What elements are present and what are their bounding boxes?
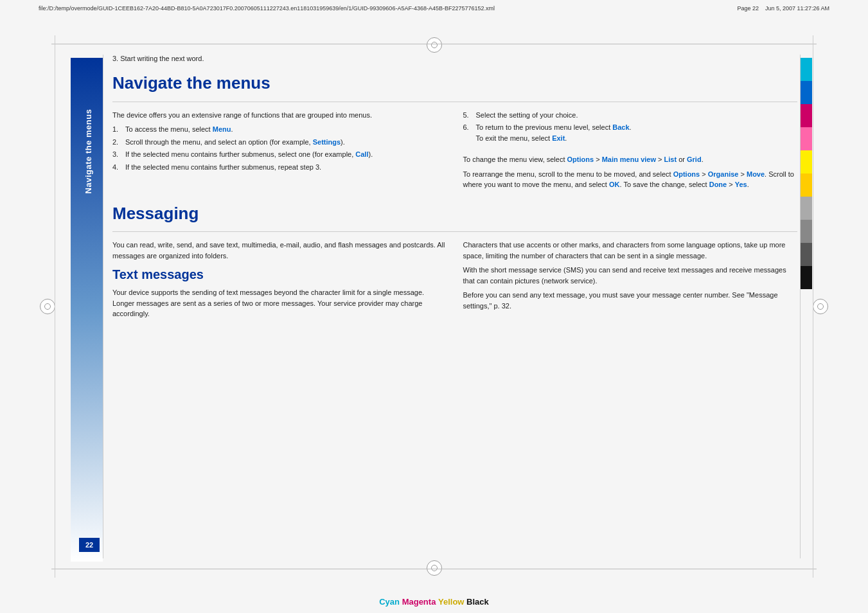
- reg-mark-right: [813, 299, 828, 314]
- navigate-col-right: 5. Select the setting of your choice. 6.…: [463, 110, 798, 194]
- navigate-intro: The device offers you an extensive range…: [112, 110, 447, 121]
- sidebar-container: Navigate the menus: [76, 87, 102, 215]
- messaging-divider: [112, 231, 797, 232]
- sms-text: With the short message service (SMS) you…: [463, 265, 798, 286]
- reg-mark-top: [427, 37, 442, 53]
- swatch-yellow-bright: [801, 150, 812, 173]
- main-content: 3. Start writing the next word. Navigate…: [112, 55, 797, 562]
- cmyk-yellow: Yellow: [438, 597, 464, 607]
- content-sep-right: [800, 55, 801, 558]
- navigate-columns: The device offers you an extensive range…: [112, 110, 797, 194]
- cmyk-magenta: Magenta: [402, 597, 436, 607]
- swatch-magenta: [801, 104, 812, 127]
- rearrange-text: To rearrange the menu, scroll to the men…: [463, 169, 798, 190]
- step-1: 1. To access the menu, select Menu.: [112, 124, 447, 135]
- trim-line-left: [55, 35, 55, 578]
- messaging-col-left: You can read, write, send, and save text…: [112, 240, 447, 323]
- step-5: 5. Select the setting of your choice.: [463, 110, 798, 121]
- swatch-blue: [801, 81, 812, 104]
- messaging-intro-right: Characters that use accents or other mar…: [463, 240, 798, 261]
- trim-line-top: [51, 44, 817, 44]
- navigate-section: Navigate the menus The device offers you…: [112, 74, 797, 194]
- cmyk-cyan: Cyan: [379, 597, 400, 607]
- trim-line-bottom: [51, 569, 817, 569]
- save-text: Before you can send any text message, yo…: [463, 290, 798, 311]
- swatch-gray2: [801, 220, 812, 243]
- text-messages-section: Text messages Your device supports the s…: [112, 267, 447, 319]
- messaging-title: Messaging: [112, 204, 797, 223]
- messaging-section: Messaging You can read, write, send, and…: [112, 204, 797, 323]
- filepath-text: file:/D:/temp/overmode/GUID-1CEEB162-7A2…: [39, 5, 495, 12]
- color-swatches: [801, 58, 812, 289]
- content-sep-left: [103, 55, 103, 558]
- messaging-columns: You can read, write, send, and save text…: [112, 240, 797, 323]
- cmyk-bar: Cyan Magenta Yellow Black: [0, 597, 868, 607]
- exit-link: Exit: [552, 134, 565, 142]
- trim-line-right: [813, 35, 813, 578]
- reg-mark-bottom: [427, 560, 442, 576]
- text-messages-body: Your device supports the sending of text…: [112, 287, 447, 319]
- swatch-pink: [801, 127, 812, 150]
- call-link: Call: [355, 150, 368, 158]
- text-messages-title: Text messages: [112, 267, 447, 282]
- messaging-intro-left: You can read, write, send, and save text…: [112, 240, 447, 261]
- step-3: 3. If the selected menu contains further…: [112, 149, 447, 160]
- navigate-steps-list: 1. To access the menu, select Menu. 2. S…: [112, 124, 447, 172]
- navigate-right-list: 5. Select the setting of your choice. 6.…: [463, 110, 798, 144]
- reg-mark-left: [40, 299, 55, 314]
- messaging-col-right: Characters that use accents or other mar…: [463, 240, 798, 323]
- swatch-yellow: [801, 173, 812, 197]
- swatch-cyan: [801, 58, 812, 81]
- swatch-black: [801, 266, 812, 289]
- swatch-gray3: [801, 243, 812, 266]
- step-2: 2. Scroll through the menu, and select a…: [112, 137, 447, 148]
- prev-step-text: 3. Start writing the next word.: [112, 55, 797, 62]
- page-date-info: Page 22 Jun 5, 2007 11:27:26 AM: [737, 5, 829, 12]
- cmyk-black: Black: [466, 597, 489, 607]
- sidebar-label: Navigate the menus: [84, 109, 94, 193]
- step-4: 4. If the selected menu contains further…: [112, 162, 447, 173]
- navigate-title: Navigate the menus: [112, 74, 797, 93]
- swatch-gray1: [801, 197, 812, 220]
- back-link: Back: [612, 123, 629, 131]
- change-view-text: To change the menu view, select Options …: [463, 154, 798, 165]
- navigate-col-left: The device offers you an extensive range…: [112, 110, 447, 194]
- settings-link: Settings: [313, 138, 341, 146]
- step-6: 6. To return to the previous menu level,…: [463, 122, 798, 143]
- top-bar: file:/D:/temp/overmode/GUID-1CEEB162-7A2…: [39, 5, 829, 12]
- menu-link: Menu: [213, 125, 231, 133]
- page-number: 22: [79, 538, 100, 552]
- section-divider: [112, 102, 797, 102]
